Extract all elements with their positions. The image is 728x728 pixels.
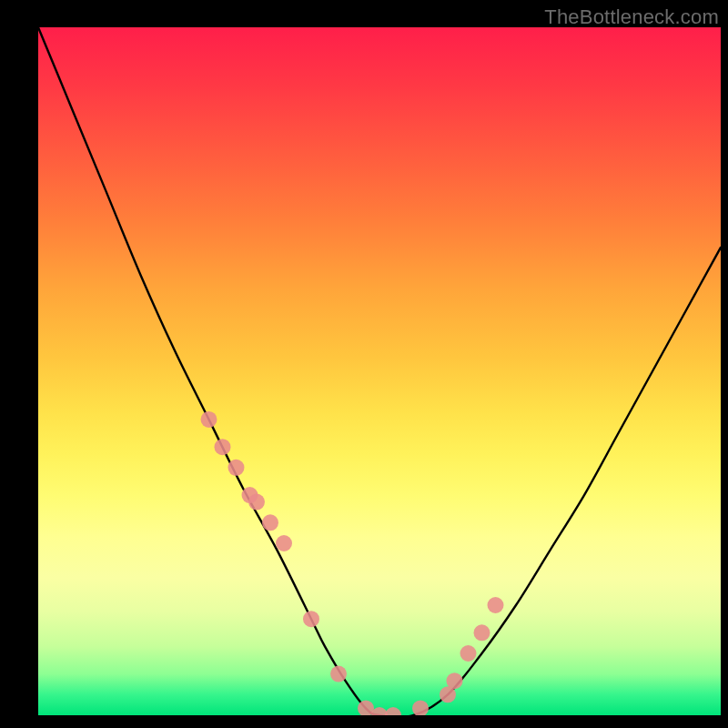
- data-point: [474, 624, 490, 641]
- data-point: [303, 611, 319, 627]
- data-point: [215, 439, 231, 455]
- data-point: [262, 514, 278, 531]
- data-point: [276, 535, 292, 551]
- data-point: [447, 672, 463, 689]
- data-point: [330, 666, 347, 682]
- chart-svg: [38, 27, 721, 715]
- data-point: [385, 707, 401, 715]
- chart-frame: TheBottleneck.com: [0, 0, 728, 728]
- bottleneck-curve: [38, 27, 721, 715]
- watermark-text: TheBottleneck.com: [544, 5, 719, 29]
- data-points-group: [201, 411, 504, 715]
- data-point: [248, 494, 265, 511]
- data-point: [488, 597, 504, 613]
- data-point: [201, 411, 217, 428]
- data-point: [412, 700, 429, 715]
- plot-area: [38, 27, 721, 715]
- data-point: [460, 645, 477, 662]
- data-point: [228, 460, 245, 476]
